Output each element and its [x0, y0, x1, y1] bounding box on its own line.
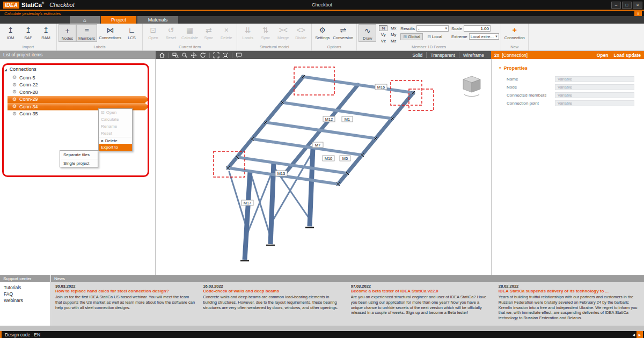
tab-home[interactable]: ⌂: [70, 16, 100, 24]
divide-button[interactable]: <> Divide: [292, 24, 310, 41]
properties-section-title[interactable]: ▾ Properties: [499, 65, 644, 71]
zoom-extents-icon[interactable]: [222, 52, 229, 58]
tree-item-conn-29[interactable]: ⚙ Conn-29: [8, 96, 149, 104]
news-title[interactable]: Become a beta tester of IDEA StatiCa v22…: [351, 289, 491, 294]
structural-model-drawing: M16 M12 M1 M7 M10 M5: [156, 59, 491, 275]
zoom-icon[interactable]: [181, 52, 188, 58]
global-button[interactable]: ⊞ Global: [400, 33, 423, 40]
saf-button[interactable]: ↥ SAF: [19, 24, 37, 41]
draw-button[interactable]: ∿ Draw: [358, 24, 376, 42]
lcs-toggle[interactable]: ∟ LCS: [123, 24, 141, 41]
ram-button[interactable]: ↥ RAM: [37, 24, 55, 41]
news-title[interactable]: Code-check of walls and deep beams: [203, 289, 343, 294]
tab-materials[interactable]: Materials: [137, 16, 178, 24]
tab-project[interactable]: Project: [101, 16, 136, 24]
results-label: Results: [400, 26, 415, 31]
group-label-structural-model: Structural model: [237, 45, 311, 50]
menu-item-export-to[interactable]: Export to: [99, 144, 132, 151]
chevron-down-icon: ▾: [445, 26, 447, 31]
model-viewport-canvas[interactable]: M16 M12 M1 M7 M10 M5: [156, 59, 491, 275]
settings-button[interactable]: ⚙ Settings: [313, 24, 331, 41]
member-label-m10: M10: [323, 156, 334, 161]
tree-expanded-icon[interactable]: ◢: [4, 68, 7, 71]
property-value-connected-members[interactable]: Variable: [555, 92, 634, 98]
property-value-node[interactable]: Variable: [555, 84, 634, 90]
members-toggle[interactable]: ≡ Members: [76, 24, 97, 42]
support-link-webinars[interactable]: Webinars: [4, 297, 50, 304]
support-link-tutorials[interactable]: Tutorials: [4, 284, 50, 291]
selection-open-button[interactable]: Open: [597, 53, 609, 58]
tree-item-conn-22[interactable]: ⚙ Conn-22: [8, 82, 149, 89]
reset-icon: ↺: [168, 25, 174, 35]
news-item[interactable]: 30.03.2022 How to replace hand calcs for…: [55, 284, 195, 326]
chevron-left-icon[interactable]: ◂: [632, 332, 635, 337]
local-button[interactable]: ⊟ Local: [425, 33, 445, 40]
news-item[interactable]: 28.02.2022 IDEA StatiCa suspends deliver…: [499, 284, 639, 326]
support-link-faq[interactable]: FAQ: [4, 291, 50, 297]
tree-item-conn-5[interactable]: ⚙ Conn-5: [8, 74, 149, 82]
view-mode-wireframe[interactable]: Wireframe: [459, 52, 488, 58]
property-value-connection-point[interactable]: Variable: [555, 100, 634, 106]
force-check-vz[interactable]: Vz: [379, 38, 387, 44]
force-check-vy[interactable]: Vy: [379, 32, 387, 38]
maximize-button[interactable]: □: [622, 2, 632, 9]
tree-root-connections[interactable]: ◢ Connections: [4, 67, 155, 72]
news-item[interactable]: 16.03.2022 Code-check of walls and deep …: [203, 284, 343, 326]
reset-button[interactable]: ↺ Reset: [162, 24, 180, 41]
view-mode-solid[interactable]: Solid: [408, 52, 426, 58]
loads-button[interactable]: ⇊ Loads: [239, 24, 257, 41]
menu-item-open[interactable]: ⊡ Open: [99, 109, 132, 116]
new-connection-button[interactable]: + Connection: [503, 24, 526, 41]
view-cube[interactable]: [460, 74, 484, 99]
app-logo: IDEA StatiCa® Checkbot: [0, 2, 75, 9]
news-title[interactable]: IDEA StatiCa suspends delivery of its te…: [499, 289, 639, 294]
force-check-mx[interactable]: Mx: [389, 25, 398, 31]
force-check-mz[interactable]: Mz: [389, 38, 398, 44]
fit-view-icon[interactable]: [213, 52, 219, 58]
menu-item-reset[interactable]: Reset: [99, 130, 132, 137]
news-item[interactable]: 07.03.2022 Become a beta tester of IDEA …: [351, 284, 491, 326]
news-text: Years of building fruitful relationships…: [499, 295, 639, 321]
delete-button[interactable]: × Delete: [217, 24, 235, 41]
load-update-button[interactable]: Load update: [613, 53, 641, 58]
submenu-item-separate-files[interactable]: Separate files: [60, 151, 98, 159]
tree-item-conn-28[interactable]: ⚙ Conn-28: [8, 89, 149, 96]
extreme-select[interactable]: Local extre... ▾: [469, 33, 499, 40]
calculate-button[interactable]: ▦ Calculate: [180, 24, 200, 41]
nodes-toggle[interactable]: + Nodes: [58, 24, 76, 42]
chevron-right-icon[interactable]: ▸: [636, 331, 643, 338]
ribbon-tabs: ⌂ Project Materials: [0, 16, 644, 24]
delete-icon: ×: [224, 25, 229, 35]
force-check-n[interactable]: N: [379, 25, 387, 31]
submenu-item-single-project[interactable]: Single project: [60, 159, 98, 167]
lcs-icon: ∟: [128, 25, 136, 35]
sync-button[interactable]: ⇄ Sync: [200, 24, 217, 41]
menu-item-rename[interactable]: Rename: [99, 123, 132, 130]
close-button[interactable]: ×: [633, 2, 642, 9]
design-code-label: Design code : EN: [2, 332, 40, 337]
view-home-icon[interactable]: [159, 52, 165, 58]
menu-item-calculate[interactable]: Calculate: [99, 116, 132, 123]
structural-sync-button[interactable]: ⇅ Sync: [257, 24, 274, 41]
property-row-connected-members: Connected members Variable: [492, 91, 644, 99]
property-value-name[interactable]: Variable: [555, 76, 634, 82]
conversion-button[interactable]: ⇌ Conversion: [331, 24, 355, 41]
minimize-button[interactable]: –: [611, 2, 621, 9]
force-check-my[interactable]: My: [389, 32, 398, 38]
open-button[interactable]: ⊡ Open: [144, 24, 162, 41]
menu-item-delete[interactable]: × Delete: [99, 137, 132, 144]
zoom-window-icon[interactable]: [172, 52, 179, 58]
connections-toggle[interactable]: ⋈ Connections: [97, 24, 123, 41]
info-button[interactable]: i: [634, 11, 642, 16]
iom-button[interactable]: ↥ IOM: [2, 24, 19, 41]
property-row-node: Node Variable: [492, 83, 644, 91]
comment-icon[interactable]: [236, 52, 242, 58]
results-select[interactable]: - ▾: [416, 25, 449, 32]
scale-input[interactable]: [464, 25, 491, 32]
pan-icon[interactable]: [191, 52, 197, 58]
view-mode-transparent[interactable]: Transparent: [426, 52, 459, 58]
news-title[interactable]: How to replace hand calcs for steel conn…: [55, 289, 195, 294]
rotate-icon[interactable]: [200, 52, 206, 58]
ribbon-group-member-forces: ∿ Draw N Vy Vz Mx My Mz Results: [357, 24, 501, 50]
merge-button[interactable]: >< Merge: [274, 24, 292, 41]
